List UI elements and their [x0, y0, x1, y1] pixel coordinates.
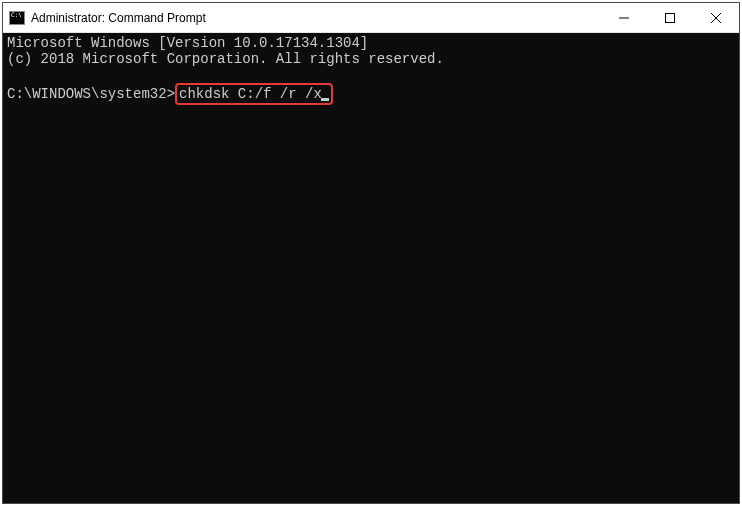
cmd-icon — [9, 10, 25, 26]
maximize-icon — [665, 13, 675, 23]
titlebar: Administrator: Command Prompt — [3, 3, 739, 33]
copyright-line: (c) 2018 Microsoft Corporation. All righ… — [7, 51, 735, 67]
minimize-button[interactable] — [601, 3, 647, 33]
close-icon — [711, 13, 721, 23]
cursor — [321, 98, 329, 101]
command-text: chkdsk C:/f /r /x — [179, 86, 322, 102]
prompt-prefix: C:\WINDOWS\system32> — [7, 86, 175, 102]
version-line: Microsoft Windows [Version 10.0.17134.13… — [7, 35, 735, 51]
command-highlight: chkdsk C:/f /r /x — [175, 83, 333, 105]
close-button[interactable] — [693, 3, 739, 33]
prompt-line: C:\WINDOWS\system32>chkdsk C:/f /r /x — [7, 83, 735, 105]
command-prompt-window: Administrator: Command Prompt Microsoft — [2, 2, 740, 504]
window-controls — [601, 3, 739, 32]
maximize-button[interactable] — [647, 3, 693, 33]
svg-rect-1 — [666, 14, 675, 23]
terminal-area[interactable]: Microsoft Windows [Version 10.0.17134.13… — [3, 33, 739, 503]
window-title: Administrator: Command Prompt — [31, 11, 601, 25]
minimize-icon — [619, 13, 629, 23]
